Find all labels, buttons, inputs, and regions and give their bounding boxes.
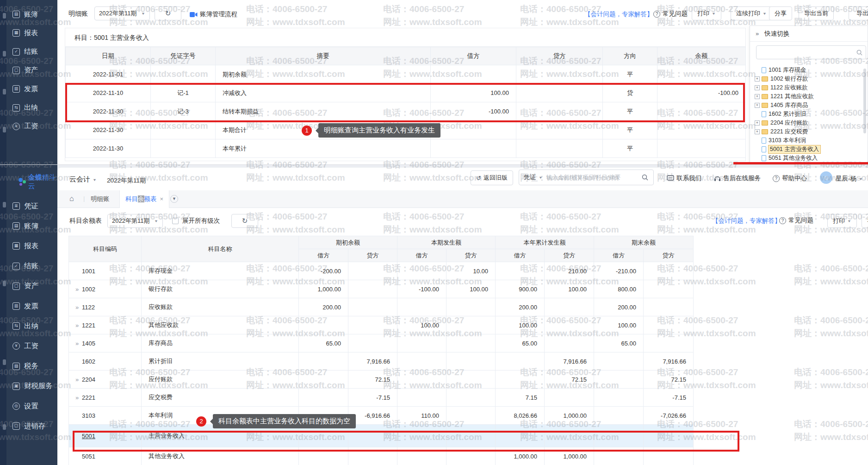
sidebar-item-cashier[interactable]: ⇆出纳 (6, 99, 57, 117)
faq-link[interactable]: ? 常见问题 (779, 216, 813, 225)
period-value: 2022年第11期 (99, 9, 136, 18)
balance-row-1122[interactable]: »1122应收账款200.00200.00200.00 (69, 298, 694, 316)
expand-plus-icon[interactable]: + (755, 120, 760, 126)
export-current-button[interactable]: 导出当前 (799, 6, 834, 20)
print-button[interactable]: 打印▼ (692, 6, 721, 20)
close-tab-icon[interactable]: × (160, 195, 164, 202)
search-type-select[interactable]: 凭证 (524, 173, 536, 182)
balance-row-2204[interactable]: »2204应付账款72.1572.1572.15 (69, 371, 694, 389)
sidebar-item-inventory[interactable]: ▢进销存 (6, 417, 57, 435)
balance-row-3103[interactable]: 3103本年利润-6,916.66110.008,026.661,000.00-… (69, 407, 694, 425)
balance-row-2221[interactable]: »2221应交税费-7.157.15-7.15 (69, 389, 694, 407)
period-select[interactable]: 2022年第11期▼ (94, 6, 150, 20)
tree-node-5001[interactable]: 5001 主营业务收入 (755, 145, 820, 154)
user-avatar[interactable]: ☺ (820, 171, 832, 184)
tree-node-1221[interactable]: +1221 其他应收款 (755, 92, 814, 101)
balance-row-1602[interactable]: 1602累计折旧7,916.667,916.667,916.66 (69, 352, 694, 371)
sidebar-item-invoice[interactable]: ▥发票 (6, 297, 57, 315)
expand-plus-icon[interactable]: + (755, 76, 760, 82)
sidebar-item-invoice[interactable]: ▥发票 (6, 80, 57, 98)
brand-logo[interactable]: 金蝶精斗云 (18, 173, 57, 191)
refresh-button[interactable]: ↻ (155, 6, 181, 20)
expand-all-levels-checkbox[interactable]: 展开所有级次 (172, 217, 220, 225)
print-button[interactable]: 打印▼ (827, 214, 857, 228)
sidebar-item-report[interactable]: ▦报表 (6, 24, 57, 42)
export-all-button[interactable]: 导出全部 (849, 6, 868, 20)
balance-row-5001[interactable]: 5001主营业务收入 (69, 425, 694, 447)
balance-row-1001[interactable]: 1001库存现金-200.0010.00210.00-210.00 (69, 262, 694, 280)
back-to-old-button[interactable]: ↺返回旧版 (471, 170, 513, 185)
help-center-link[interactable]: ? 帮助中心 (773, 174, 807, 182)
accounting-qa-link[interactable]: 【会计问题，专家解答】 (584, 10, 653, 19)
tree-node-2221[interactable]: +2221 应交税费 (755, 127, 808, 136)
continuous-print-button[interactable]: 连续打印▼ (731, 6, 772, 20)
sidebar-item-tax[interactable]: ▧税务 (6, 358, 57, 375)
sidebar-item-report[interactable]: ▦报表 (6, 237, 57, 255)
balance-row-1002[interactable]: »1002银行存款1,000.00-100.00100.00900.00100.… (69, 280, 694, 298)
balance-row-5051[interactable]: 5051其他业务收入1,000.001,000.00 (69, 447, 694, 465)
collapse-panel-icon[interactable]: » (756, 30, 759, 37)
ledger-flow-link[interactable]: 账簿管理流程 (190, 10, 237, 19)
contact-us-link[interactable]: 联系我们 (667, 174, 701, 182)
tree-node-1001[interactable]: 1001 库存现金 (755, 66, 806, 75)
ledger-row[interactable]: 2022-11-10记-1冲减收入100.00贷-100.00 (66, 84, 746, 102)
period-select[interactable]: 2022年第11期▼ (107, 214, 163, 228)
tree-node-1405[interactable]: +1405 库存商品 (755, 101, 808, 110)
ledger-row[interactable]: 2022-11-30记-3结转本期损益-100.00平 (66, 102, 746, 121)
tree-node-code: 1221 (770, 93, 783, 100)
user-menu[interactable]: 星辰-杨▼ (836, 175, 863, 183)
share-button[interactable]: 分享 (769, 6, 792, 20)
tab-list-chevron-icon[interactable]: ▼ (170, 195, 178, 203)
sidebar-item-voucher[interactable]: ≣凭证 (6, 197, 57, 215)
search-icon[interactable] (641, 174, 649, 181)
home-icon[interactable]: ⌂ (69, 195, 74, 203)
sidebar-item-settings[interactable]: ◎设置 (6, 397, 57, 415)
tree-search-input[interactable] (756, 45, 866, 59)
expand-plus-icon[interactable]: + (755, 129, 760, 134)
tab-balance-sheet[interactable]: 科目余额表× (119, 190, 169, 208)
sidebar-item-asset[interactable]: ▢资产 (6, 277, 57, 295)
sidebar-item-asset[interactable]: ▢资产 (6, 62, 57, 79)
sidebar-item-cashier[interactable]: ⇆出纳 (6, 317, 57, 335)
tree-scrollbar[interactable] (863, 69, 866, 133)
accounting-qa-link[interactable]: 【会计问题，专家解答】 (712, 217, 781, 225)
expand-arrow-icon[interactable]: » (74, 376, 82, 383)
ledger-row[interactable]: 2022-11-30本年累计平 (66, 139, 746, 158)
sidebar-item-payroll[interactable]: ¥工资 (6, 118, 57, 135)
sidebar-item-closing[interactable]: ✓结账 (6, 43, 57, 61)
asset-icon: ▢ (12, 67, 20, 74)
expand-arrow-icon[interactable]: » (74, 394, 82, 401)
expand-arrow-icon[interactable]: » (74, 304, 82, 311)
closing-icon: ✓ (12, 48, 20, 56)
expand-arrow-icon[interactable]: » (74, 340, 82, 347)
ledger-col-4: 贷方 (516, 47, 603, 65)
expand-plus-icon[interactable]: + (755, 85, 760, 90)
tree-node-1122[interactable]: +1122 应收账款 (755, 83, 807, 92)
balance-row-1221[interactable]: »1221其他应收款100.00100.00100.00 (69, 316, 694, 334)
after-sales-service-link[interactable]: 售后在线服务 (714, 174, 761, 182)
ledger-row[interactable]: 2022-11-01期初余额平 (66, 65, 746, 84)
sidebar-item-finance-tax-service[interactable]: ▣财税服务 (6, 377, 57, 395)
faq-link[interactable]: ? 常见问题 (653, 10, 688, 18)
sidebar-item-payroll[interactable]: ¥工资 (6, 337, 57, 355)
balance-value-cell (545, 389, 594, 407)
tab-divider: | (83, 195, 85, 202)
expand-arrow-icon[interactable]: » (74, 322, 82, 329)
balance-row-1405[interactable]: »1405库存商品65.0065.0065.00 (69, 334, 694, 352)
tab-detail-ledger[interactable]: 明细账 (91, 190, 110, 208)
refresh-button[interactable]: ↻ (231, 214, 258, 228)
sidebar-item-closing[interactable]: ✓结账 (6, 258, 57, 275)
tree-node-1602[interactable]: 1602 累计折旧 (755, 110, 806, 119)
app-switcher[interactable]: 云会计▼ (69, 175, 97, 184)
tree-node-2204[interactable]: +2204 应付账款 (755, 119, 808, 127)
tree-node-3103[interactable]: 3103 本年利润 (755, 136, 806, 145)
global-search-input[interactable] (546, 174, 639, 181)
expand-plus-icon[interactable]: + (755, 94, 760, 99)
sidebar-item-ledger[interactable]: ▤账簿 (6, 217, 57, 235)
tree-node-1002[interactable]: +1002 银行存款 (755, 75, 808, 83)
export-button[interactable]: 导出▼ (862, 214, 868, 228)
sidebar-item-ledger[interactable]: ▤账簿 (6, 6, 57, 23)
tree-node-5051[interactable]: 5051 其他业务收入 (755, 154, 818, 163)
expand-arrow-icon[interactable]: » (74, 286, 82, 293)
expand-plus-icon[interactable]: + (755, 103, 760, 108)
